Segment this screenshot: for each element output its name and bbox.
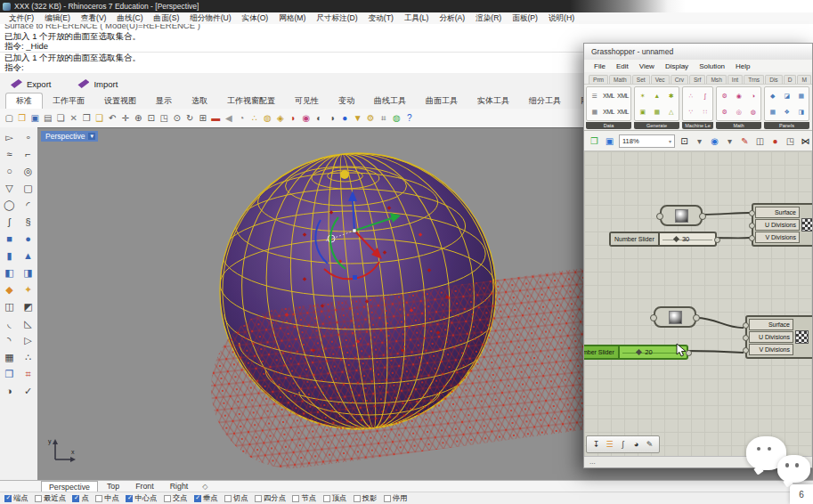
rhino-menu-item[interactable]: 说明(H) xyxy=(543,13,580,24)
osnap-toggle[interactable]: 四分点 xyxy=(255,493,286,503)
toolbar-tab[interactable]: 选取 xyxy=(182,93,217,109)
osnap-checkbox[interactable] xyxy=(384,495,391,502)
dimension-icon[interactable]: ⌗ xyxy=(21,368,36,381)
osnap-checkbox[interactable] xyxy=(4,495,12,502)
toolbar-tab[interactable]: 变动 xyxy=(329,93,364,109)
rendered-view-icon[interactable]: ● xyxy=(338,110,352,127)
xml-read-icon[interactable]: XML xyxy=(616,104,630,119)
magnifier-icon[interactable]: ⊙ xyxy=(171,110,184,127)
options-gear-icon[interactable]: ⚙ xyxy=(364,110,378,127)
rhino-menu-item[interactable]: 工具(L) xyxy=(399,13,435,24)
rhino-menu-item[interactable]: 曲面(S) xyxy=(149,13,185,24)
viewport-title-chip[interactable]: Perspective ▾ xyxy=(41,131,98,142)
freeform-curve-icon[interactable]: ʃ xyxy=(3,215,17,229)
block-icon[interactable]: ❒ xyxy=(3,368,17,381)
sketch-pen-icon[interactable]: ✎ xyxy=(738,136,752,146)
cylinder-icon[interactable]: ▮ xyxy=(3,249,17,263)
grasshopper-menu-item[interactable]: Solution xyxy=(694,62,730,70)
brick-panel-icon[interactable]: ▦ xyxy=(766,104,779,119)
open-file-icon[interactable]: ❒ xyxy=(16,110,29,127)
curve-handles-icon[interactable]: ⌐ xyxy=(21,148,36,161)
viewport-frame-icon[interactable]: ◳ xyxy=(784,136,797,146)
color-wheel-icon[interactable]: ◉ xyxy=(300,110,313,127)
shaded-view-icon[interactable]: ◐ xyxy=(313,110,326,127)
osnap-toggle[interactable]: 停用 xyxy=(384,493,408,503)
component-input[interactable]: Surface xyxy=(749,319,793,330)
geometry-param-node-top[interactable] xyxy=(660,205,703,226)
xml-export-icon[interactable]: XML xyxy=(602,88,615,103)
check-icon[interactable]: ✓ xyxy=(21,385,36,398)
zoom-extents-icon[interactable]: ◳ xyxy=(158,110,171,127)
grasshopper-canvas[interactable]: SurfaceU DivisionsV Divisions Number Sli… xyxy=(584,151,812,456)
skew-panel-icon[interactable]: ◪ xyxy=(780,88,793,103)
grasshopper-menu-item[interactable]: View xyxy=(634,62,660,70)
four-viewports-icon[interactable]: ⊞ xyxy=(197,110,210,127)
osnap-checkbox[interactable] xyxy=(255,495,262,502)
grasshopper-tab[interactable]: D xyxy=(784,75,797,84)
save-file-icon[interactable]: ▣ xyxy=(603,136,616,146)
osnap-toggle[interactable]: 最近点 xyxy=(35,493,66,503)
points-cluster-icon[interactable]: ∴ xyxy=(684,88,697,103)
slider-track[interactable]: 30 xyxy=(660,233,715,245)
save-file-icon[interactable]: ▣ xyxy=(28,110,42,127)
half-panel-icon[interactable]: ◨ xyxy=(794,104,808,119)
rhino-menu-item[interactable]: 渲染(R) xyxy=(470,13,507,24)
grasshopper-tab[interactable]: Int xyxy=(728,75,743,84)
copy-icon[interactable]: ❐ xyxy=(80,110,93,127)
render-camera-icon[interactable]: ◫ xyxy=(753,136,767,146)
rhino-menu-item[interactable]: 曲线(C) xyxy=(111,13,148,24)
panel-gen-icon[interactable]: ▣ xyxy=(636,104,649,119)
help-icon[interactable]: ? xyxy=(403,110,417,127)
gear-icon[interactable]: ⚙ xyxy=(718,88,731,103)
triangle-gen-icon[interactable]: ▲ xyxy=(650,88,663,103)
diamond-panel-icon[interactable]: ◆ xyxy=(766,88,779,103)
lamp-icon[interactable]: ◍ xyxy=(261,110,274,127)
ghosted-view-icon[interactable]: ◑ xyxy=(326,110,339,127)
geometry-param-node-bottom[interactable] xyxy=(654,306,696,328)
viewport-tabs-expand-icon[interactable]: ◇ xyxy=(202,483,207,491)
rhino-menu-item[interactable]: 变动(T) xyxy=(363,13,399,24)
filter-icon[interactable]: ▼ xyxy=(352,110,365,127)
dropdown-icon[interactable]: ▾ xyxy=(693,136,706,146)
rhino-menu-item[interactable]: 查看(V) xyxy=(76,13,112,24)
zoom-window-icon[interactable]: ⊡ xyxy=(145,110,159,127)
mesh-points-icon[interactable]: ∴ xyxy=(21,351,36,364)
grasshopper-tab[interactable]: Msh xyxy=(706,75,726,84)
toolbar-tab[interactable]: 显示 xyxy=(146,93,182,109)
red-mesh-pointcloud[interactable] xyxy=(291,348,589,388)
surface-divide-component-bottom[interactable]: SurfaceU DivisionsV Divisions PrBrSt xyxy=(745,315,812,359)
scatter-icon[interactable]: ✶ xyxy=(636,88,649,103)
sphere-icon[interactable]: ● xyxy=(21,232,36,246)
tri-outline-icon[interactable]: △ xyxy=(664,104,678,119)
grasshopper-tab[interactable]: Trns xyxy=(744,75,764,84)
osnap-checkbox[interactable] xyxy=(354,495,361,502)
curve-tool-icon[interactable]: ʃ xyxy=(617,440,629,449)
toolbar-tab[interactable]: 标准 xyxy=(5,93,43,109)
osnap-checkbox[interactable] xyxy=(164,495,171,502)
paste-icon[interactable]: ❑ xyxy=(93,110,107,127)
export-icon[interactable]: ❏ xyxy=(54,110,68,127)
xml-gear-icon[interactable]: XML xyxy=(602,104,615,119)
quad-gen-icon[interactable]: ✱ xyxy=(664,88,678,103)
osnap-toggle[interactable]: 交点 xyxy=(164,493,188,503)
circle-center-icon[interactable]: ◎ xyxy=(21,165,36,178)
canvas-zoom-select[interactable]: 118% ▾ xyxy=(619,134,675,148)
component-input[interactable]: Surface xyxy=(755,207,800,218)
wire-display-icon[interactable]: ⋈ xyxy=(799,136,812,146)
offset-icon[interactable]: ▷ xyxy=(21,334,36,347)
rhino-menu-item[interactable]: 文件(F) xyxy=(4,13,39,24)
show-icon[interactable]: ◀ xyxy=(223,110,236,127)
dome-icon[interactable]: ◉ xyxy=(732,88,745,103)
component-input[interactable]: U Divisions xyxy=(749,331,793,343)
open-file-icon[interactable]: ❒ xyxy=(588,136,601,146)
rhino-menu-item[interactable]: 细分物件(U) xyxy=(184,13,236,24)
toolbar-tab[interactable]: 曲线工具 xyxy=(364,93,416,109)
grasshopper-tab[interactable]: M xyxy=(797,75,811,84)
slider-grip[interactable] xyxy=(673,236,679,242)
number-slider-bottom-selected[interactable]: Number Slider 20 xyxy=(584,345,688,360)
sphere-math-icon[interactable]: ◑ xyxy=(746,88,760,103)
rectangle-icon[interactable]: ▢ xyxy=(21,182,36,195)
toolbar-tab[interactable]: 曲面工具 xyxy=(416,93,467,109)
export-button[interactable]: Export xyxy=(11,79,51,89)
extrude-icon[interactable]: ◆ xyxy=(3,283,17,297)
